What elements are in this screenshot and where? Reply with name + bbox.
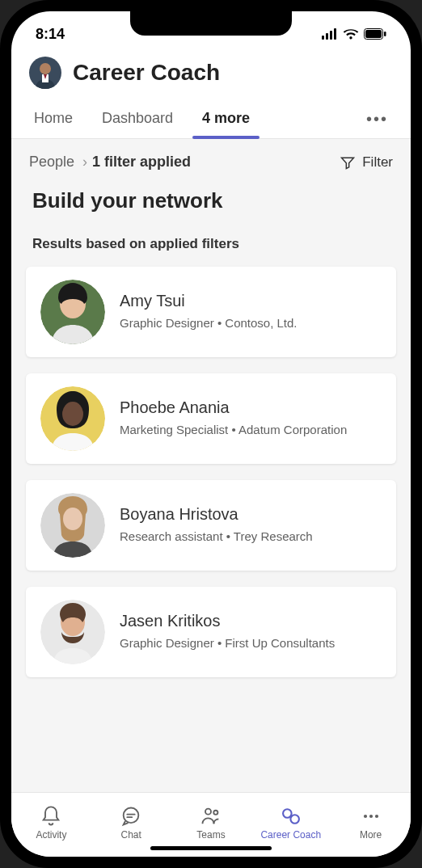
person-name: Amy Tsui xyxy=(120,292,382,310)
wifi-icon xyxy=(343,28,359,40)
status-time: 8:14 xyxy=(36,26,65,43)
svg-point-30 xyxy=(369,814,372,817)
svg-point-24 xyxy=(124,807,139,823)
person-info: Boyana Hristova Research assistant • Tre… xyxy=(120,505,382,545)
nav-chat[interactable]: Chat xyxy=(91,805,171,841)
tab-bar: Home Dashboard 4 more ••• xyxy=(11,100,411,139)
filter-button[interactable]: Filter xyxy=(340,154,393,171)
bell-icon xyxy=(40,805,62,828)
person-avatar xyxy=(40,386,105,451)
phone-notch xyxy=(130,11,292,36)
breadcrumb-root[interactable]: People xyxy=(29,154,74,171)
nav-label: Teams xyxy=(196,829,225,841)
nav-career-coach[interactable]: Career Coach xyxy=(251,805,331,841)
nav-more[interactable]: More xyxy=(331,805,411,841)
funnel-icon xyxy=(340,154,356,171)
person-avatar xyxy=(40,600,105,664)
filter-label: Filter xyxy=(362,154,393,171)
person-info: Jasen Kritikos Graphic Designer • First … xyxy=(120,612,382,651)
person-avatar xyxy=(40,493,105,558)
person-card[interactable]: Amy Tsui Graphic Designer • Contoso, Ltd… xyxy=(26,267,396,357)
nav-label: Career Coach xyxy=(260,829,321,841)
person-name: Jasen Kritikos xyxy=(120,612,382,630)
svg-point-20 xyxy=(63,508,82,530)
nav-label: More xyxy=(360,829,382,841)
person-info: Amy Tsui Graphic Designer • Contoso, Ltd… xyxy=(120,292,382,331)
app-header: Career Coach xyxy=(11,48,411,100)
svg-rect-2 xyxy=(330,31,332,40)
status-indicators xyxy=(322,28,386,40)
nav-activity[interactable]: Activity xyxy=(11,805,91,841)
app-title: Career Coach xyxy=(73,60,220,86)
content-area: People › 1 filter applied Filter Build y… xyxy=(11,139,411,792)
svg-point-26 xyxy=(213,810,217,814)
more-icon xyxy=(360,805,382,828)
svg-rect-0 xyxy=(322,36,324,40)
svg-point-25 xyxy=(205,808,211,814)
person-avatar xyxy=(40,280,105,344)
svg-rect-1 xyxy=(326,33,328,40)
svg-point-29 xyxy=(363,814,366,817)
teams-icon xyxy=(200,805,222,828)
page-title: Build your network xyxy=(11,182,411,228)
person-role: Research assistant • Trey Research xyxy=(120,529,382,545)
chat-icon xyxy=(120,805,142,828)
person-card[interactable]: Boyana Hristova Research assistant • Tre… xyxy=(26,480,396,571)
svg-rect-5 xyxy=(365,30,382,38)
svg-point-8 xyxy=(40,63,51,74)
nav-label: Chat xyxy=(121,829,141,841)
chevron-right-icon: › xyxy=(82,154,87,171)
battery-icon xyxy=(364,28,386,40)
phone-frame: 8:14 Career Coach Home Dashboard xyxy=(0,0,422,868)
person-role: Graphic Designer • Contoso, Ltd. xyxy=(120,315,382,331)
svg-point-28 xyxy=(290,815,299,824)
svg-rect-3 xyxy=(334,28,336,40)
screen: 8:14 Career Coach Home Dashboard xyxy=(11,11,411,857)
svg-rect-6 xyxy=(384,32,386,36)
nav-label: Activity xyxy=(36,829,66,841)
person-card[interactable]: Phoebe Anania Marketing Specialist • Ada… xyxy=(26,373,396,464)
svg-point-31 xyxy=(374,814,378,817)
person-role: Graphic Designer • First Up Consultants xyxy=(120,635,382,651)
person-card[interactable]: Jasen Kritikos Graphic Designer • First … xyxy=(26,587,396,677)
tab-4-more[interactable]: 4 more xyxy=(188,100,264,138)
svg-point-16 xyxy=(62,402,83,426)
people-list: Amy Tsui Graphic Designer • Contoso, Ltd… xyxy=(11,267,411,677)
cellular-icon xyxy=(322,28,338,40)
tab-overflow-icon[interactable]: ••• xyxy=(352,100,403,138)
user-avatar[interactable] xyxy=(29,57,61,89)
person-name: Boyana Hristova xyxy=(120,505,382,524)
tab-home[interactable]: Home xyxy=(19,100,87,138)
breadcrumb-row: People › 1 filter applied Filter xyxy=(11,139,411,182)
career-coach-icon xyxy=(280,805,302,828)
breadcrumb-active: 1 filter applied xyxy=(92,154,191,171)
person-role: Marketing Specialist • Adatum Corporatio… xyxy=(120,422,382,438)
nav-teams[interactable]: Teams xyxy=(171,805,251,841)
results-heading: Results based on applied filters xyxy=(11,228,411,267)
tab-dashboard[interactable]: Dashboard xyxy=(87,100,188,138)
person-info: Phoebe Anania Marketing Specialist • Ada… xyxy=(120,398,382,438)
home-indicator[interactable] xyxy=(150,846,272,850)
person-name: Phoebe Anania xyxy=(120,398,382,417)
